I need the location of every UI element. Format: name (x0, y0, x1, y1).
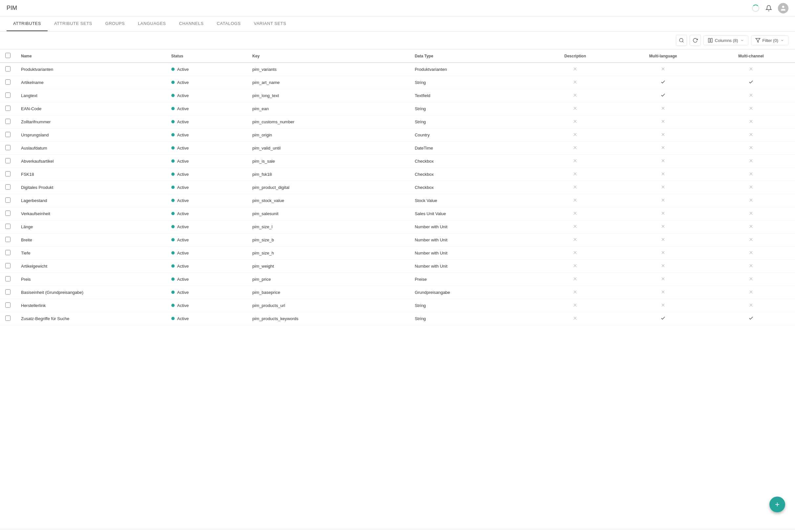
row-key: pim_weight (247, 260, 410, 273)
row-checkbox[interactable] (5, 302, 11, 308)
row-checkbox-cell[interactable] (0, 115, 16, 129)
row-status: Active (166, 89, 247, 102)
row-name: Zusatz-Begriffe für Suche (16, 312, 166, 325)
row-name: Preis (16, 273, 166, 286)
row-datatype: Checkbox (409, 181, 531, 194)
row-multilang (619, 168, 707, 181)
row-status: Active (166, 129, 247, 142)
tab-catalogs[interactable]: CATALOGS (210, 16, 247, 31)
row-checkbox-cell[interactable] (0, 89, 16, 102)
row-name: EAN-Code (16, 102, 166, 115)
avatar[interactable] (778, 3, 789, 14)
row-checkbox[interactable] (5, 171, 11, 176)
row-checkbox-cell[interactable] (0, 102, 16, 115)
row-checkbox[interactable] (5, 93, 11, 98)
row-checkbox-cell[interactable] (0, 155, 16, 168)
table-row: Verkaufseinheit Active pim_salesunit Sal… (0, 207, 795, 221)
row-status: Active (166, 63, 247, 76)
row-key: pim_stock_value (247, 194, 410, 207)
row-checkbox[interactable] (5, 145, 11, 150)
row-checkbox[interactable] (5, 316, 11, 321)
row-status: Active (166, 312, 247, 325)
row-multichannel (707, 207, 795, 221)
row-description (531, 89, 619, 102)
row-status: Active (166, 233, 247, 247)
filter-button[interactable]: Filter (0) (751, 35, 789, 45)
row-status: Active (166, 221, 247, 233)
refresh-button[interactable] (690, 35, 701, 46)
row-checkbox[interactable] (5, 263, 11, 268)
row-status: Active (166, 299, 247, 312)
select-all-header[interactable] (0, 50, 16, 63)
row-checkbox-cell[interactable] (0, 168, 16, 181)
row-checkbox-cell[interactable] (0, 312, 16, 325)
row-checkbox[interactable] (5, 224, 11, 229)
columns-button[interactable]: Columns (8) (703, 35, 748, 45)
row-checkbox[interactable] (5, 119, 11, 124)
row-checkbox-cell[interactable] (0, 142, 16, 155)
row-checkbox-cell[interactable] (0, 273, 16, 286)
table-row: Artikelname Active pim_art_name String (0, 76, 795, 89)
table-row: Tiefe Active pim_size_h Number with Unit (0, 247, 795, 260)
table-row: Abverkaufsartikel Active pim_is_sale Che… (0, 155, 795, 168)
row-multilang (619, 273, 707, 286)
row-checkbox[interactable] (5, 106, 11, 111)
row-checkbox[interactable] (5, 158, 11, 163)
row-checkbox-cell[interactable] (0, 233, 16, 247)
row-checkbox[interactable] (5, 211, 11, 216)
row-key: pim_products_keywords (247, 312, 410, 325)
row-checkbox[interactable] (5, 237, 11, 242)
row-checkbox[interactable] (5, 66, 11, 72)
row-checkbox-cell[interactable] (0, 221, 16, 233)
row-multilang (619, 194, 707, 207)
bell-icon[interactable] (765, 4, 773, 12)
row-multilang (619, 181, 707, 194)
row-name: Produktvarianten (16, 63, 166, 76)
row-checkbox[interactable] (5, 197, 11, 203)
row-checkbox-cell[interactable] (0, 181, 16, 194)
row-multichannel (707, 260, 795, 273)
row-checkbox-cell[interactable] (0, 63, 16, 76)
row-description (531, 142, 619, 155)
row-checkbox[interactable] (5, 132, 11, 137)
tab-languages[interactable]: LANGUAGES (131, 16, 172, 31)
spinner-icon (752, 4, 760, 12)
row-checkbox-cell[interactable] (0, 286, 16, 299)
row-checkbox[interactable] (5, 250, 11, 255)
row-status: Active (166, 273, 247, 286)
row-name: Artikelname (16, 76, 166, 89)
row-multilang (619, 207, 707, 221)
row-checkbox[interactable] (5, 184, 11, 190)
row-checkbox[interactable] (5, 79, 11, 84)
row-checkbox-cell[interactable] (0, 260, 16, 273)
row-datatype: Number with Unit (409, 233, 531, 247)
row-multichannel (707, 194, 795, 207)
row-checkbox-cell[interactable] (0, 76, 16, 89)
row-checkbox-cell[interactable] (0, 247, 16, 260)
add-fab-button[interactable]: + (770, 497, 785, 512)
tab-attribute-sets[interactable]: ATTRIBUTE SETS (48, 16, 99, 31)
row-key: pim_variants (247, 63, 410, 76)
tab-channels[interactable]: CHANNELS (173, 16, 210, 31)
row-multilang (619, 247, 707, 260)
row-datatype: Number with Unit (409, 221, 531, 233)
tab-attributes[interactable]: ATTRIBUTES (6, 16, 48, 31)
select-all-checkbox[interactable] (5, 53, 11, 58)
row-checkbox-cell[interactable] (0, 207, 16, 221)
row-checkbox-cell[interactable] (0, 194, 16, 207)
search-button[interactable] (676, 35, 687, 46)
row-description (531, 260, 619, 273)
row-key: pim_is_sale (247, 155, 410, 168)
row-multilang (619, 286, 707, 299)
tab-groups[interactable]: GROUPS (99, 16, 131, 31)
row-checkbox[interactable] (5, 289, 11, 294)
row-description (531, 194, 619, 207)
tab-variant-sets[interactable]: VARIANT SETS (247, 16, 293, 31)
row-checkbox[interactable] (5, 276, 11, 281)
row-checkbox-cell[interactable] (0, 299, 16, 312)
table-row: Preis Active pim_price Preise (0, 273, 795, 286)
col-header-key: Key (247, 50, 410, 63)
row-datatype: Number with Unit (409, 247, 531, 260)
row-checkbox-cell[interactable] (0, 129, 16, 142)
row-name: Digitales Produkt (16, 181, 166, 194)
